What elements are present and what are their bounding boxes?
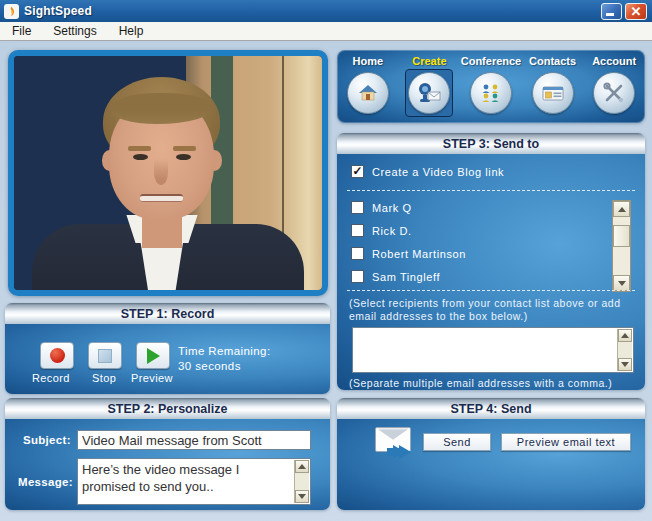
menu-bar: File Settings Help: [0, 22, 652, 41]
close-button[interactable]: ✕: [625, 3, 647, 20]
nav-item-conference[interactable]: Conference: [461, 55, 521, 116]
step3-header: STEP 3: Send to: [337, 133, 645, 154]
step1-body: Record Stop Preview Time Remaining: 30 s…: [5, 324, 330, 394]
preview-label: Preview: [131, 372, 173, 384]
scroll-down-icon[interactable]: [618, 358, 632, 371]
separate-emails-note: (Separate multiple email addresses with …: [349, 377, 633, 390]
nav-item-create[interactable]: Create: [399, 55, 459, 116]
step4-header: STEP 4: Send: [337, 398, 645, 419]
contact-row[interactable]: Mark Q: [351, 201, 412, 214]
divider: [347, 290, 635, 291]
account-tools-icon[interactable]: [593, 72, 635, 114]
message-textarea[interactable]: Here’s the video message I promised to s…: [78, 459, 294, 504]
man-eyebrow: [128, 146, 151, 151]
contact-row[interactable]: Robert Martinson: [351, 247, 466, 260]
contact-name: Sam Tingleff: [372, 271, 440, 283]
message-box: Here’s the video message I promised to s…: [77, 458, 311, 505]
message-scrollbar[interactable]: [294, 460, 309, 503]
send-arrow-icon: [399, 445, 411, 459]
send-button[interactable]: Send: [423, 433, 491, 451]
step1-panel: STEP 1: Record Record Stop Preview Time …: [5, 303, 330, 394]
time-remaining-label: Time Remaining:: [178, 345, 271, 357]
scroll-down-icon[interactable]: [613, 275, 630, 291]
stop-label: Stop: [92, 372, 116, 384]
step2-header: STEP 2: Personalize: [5, 398, 330, 419]
contacts-card-icon[interactable]: [532, 72, 574, 114]
man-eyebrow: [173, 146, 196, 151]
step2-body: Subject: Message: Here’s the video messa…: [5, 419, 330, 510]
create-video-mail-icon[interactable]: [408, 72, 450, 114]
title-bar[interactable]: SightSpeed ✕: [0, 0, 652, 22]
nav-item-home[interactable]: Home: [338, 55, 398, 116]
menu-file[interactable]: File: [8, 23, 35, 39]
close-icon: ✕: [631, 4, 642, 19]
subject-label: Subject:: [23, 434, 71, 446]
contact-checkbox[interactable]: [351, 224, 364, 237]
nav-label-account: Account: [592, 55, 636, 67]
webcam-scene: [14, 56, 322, 290]
record-icon: [50, 348, 65, 363]
sightspeed-window: SightSpeed ✕ File Settings Help: [0, 0, 652, 521]
contact-row[interactable]: Sam Tingleff: [351, 270, 440, 283]
nav-label-conference: Conference: [461, 55, 522, 67]
nav-label-create: Create: [412, 55, 446, 67]
step3-panel: STEP 3: Send to Create a Video Blog link…: [337, 133, 645, 390]
record-button[interactable]: [40, 342, 74, 369]
man-mouth: [140, 194, 183, 202]
menu-settings[interactable]: Settings: [49, 23, 100, 39]
nav-item-contacts[interactable]: Contacts: [523, 55, 583, 116]
video-blog-checkbox[interactable]: [351, 165, 364, 178]
stop-button[interactable]: [88, 342, 122, 369]
nav-item-account[interactable]: Account: [584, 55, 644, 116]
preview-button[interactable]: [136, 342, 170, 369]
sightspeed-logo-icon: [4, 4, 19, 19]
time-remaining-value: 30 seconds: [178, 360, 241, 372]
scroll-up-icon[interactable]: [618, 329, 632, 342]
email-address-textarea[interactable]: [353, 328, 617, 372]
video-blog-row[interactable]: Create a Video Blog link: [351, 165, 504, 178]
contact-row[interactable]: Rick D.: [351, 224, 412, 237]
scroll-down-icon[interactable]: [295, 490, 309, 503]
email-scrollbar[interactable]: [617, 329, 632, 371]
contact-name: Rick D.: [372, 225, 412, 237]
conference-icon[interactable]: [470, 72, 512, 114]
video-blog-label: Create a Video Blog link: [372, 166, 504, 178]
window-title: SightSpeed: [24, 4, 92, 18]
contact-checkbox[interactable]: [351, 270, 364, 283]
divider: [347, 190, 635, 191]
scroll-up-icon[interactable]: [295, 460, 309, 473]
contact-name: Mark Q: [372, 202, 412, 214]
step3-body: Create a Video Blog link Mark Q Rick D. …: [337, 154, 645, 390]
nav-label-contacts: Contacts: [529, 55, 576, 67]
step4-panel: STEP 4: Send Send Preview email text: [337, 398, 645, 510]
minimize-button[interactable]: [601, 3, 622, 20]
nav-label-home: Home: [353, 55, 384, 67]
record-label: Record: [32, 372, 70, 384]
preview-email-text-button[interactable]: Preview email text: [501, 433, 631, 451]
step2-panel: STEP 2: Personalize Subject: Message: He…: [5, 398, 330, 510]
subject-input[interactable]: [77, 430, 311, 450]
step4-body: Send Preview email text: [337, 419, 645, 510]
select-recipients-note: (Select recipients from your contact lis…: [349, 297, 633, 322]
email-address-box: [352, 327, 634, 373]
minimize-icon: [606, 13, 614, 16]
time-remaining: Time Remaining: 30 seconds: [178, 344, 271, 374]
message-label: Message:: [18, 476, 73, 488]
step1-header: STEP 1: Record: [5, 303, 330, 324]
man-nose: [154, 159, 168, 185]
contact-checkbox[interactable]: [351, 201, 364, 214]
menu-help[interactable]: Help: [115, 23, 148, 39]
contact-checkbox[interactable]: [351, 247, 364, 260]
stop-icon: [98, 349, 112, 363]
home-icon[interactable]: [347, 72, 389, 114]
video-preview: [8, 50, 328, 296]
scroll-up-icon[interactable]: [613, 201, 630, 217]
play-icon: [147, 348, 160, 364]
scrollbar-thumb[interactable]: [613, 225, 630, 247]
contact-list-scrollbar[interactable]: [612, 200, 631, 292]
contact-name: Robert Martinson: [372, 248, 466, 260]
main-nav: Home Create Conference Contacts Account: [337, 50, 645, 123]
